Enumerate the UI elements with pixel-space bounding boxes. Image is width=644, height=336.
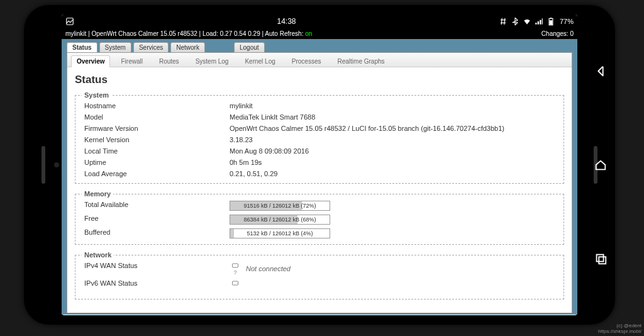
row-value: 0h 5m 19s — [230, 159, 557, 166]
main-tab-status[interactable]: Status — [67, 42, 97, 52]
android-nav-bar — [591, 24, 610, 306]
back-button[interactable] — [594, 64, 608, 78]
row-value: 91516 kB / 126012 kB (72%) — [230, 201, 557, 211]
front-camera — [54, 162, 59, 167]
system-row: Local TimeMon Aug 8 09:08:09 2016 — [82, 145, 557, 157]
progress-bar: 86384 kB / 126012 kB (68%) — [230, 215, 330, 225]
signal-icon — [535, 17, 543, 26]
row-key: Total Available — [82, 201, 230, 211]
main-tab-system[interactable]: System — [99, 42, 131, 52]
system-row: Kernel Version3.18.23 — [82, 134, 557, 145]
sub-tab-realtime-graphs[interactable]: Realtime Graphs — [332, 55, 391, 67]
network-row: IPv4 WAN Status?Not connected — [82, 260, 557, 277]
network-status-icon — [230, 279, 241, 293]
watermark-line2: https://shkspr.mobi/ — [598, 329, 641, 335]
memory-row: Free86384 kB / 126012 kB (68%) — [82, 213, 557, 227]
system-row: Hostnamemylinkit — [82, 100, 557, 111]
row-key: Uptime — [82, 159, 230, 166]
row-key: Firmware Version — [82, 125, 230, 132]
row-value: ?Not connected — [230, 262, 557, 276]
recent-apps-button[interactable] — [594, 252, 608, 266]
memory-legend: Memory — [82, 190, 113, 198]
sub-tab-system-log[interactable]: System Log — [190, 55, 235, 67]
progress-bar: 91516 kB / 126012 kB (72%) — [230, 201, 330, 211]
svg-rect-4 — [233, 264, 238, 267]
svg-rect-3 — [550, 20, 553, 25]
system-row: ModelMediaTek LinkIt Smart 7688 — [82, 111, 557, 123]
system-row: Uptime0h 5m 19s — [82, 157, 557, 168]
row-value: OpenWrt Chaos Calmer 15.05 r48532 / LuCI… — [230, 125, 557, 132]
home-button[interactable] — [594, 158, 608, 172]
row-value: Mon Aug 8 09:08:09 2016 — [230, 147, 557, 155]
system-row: Firmware VersionOpenWrt Chaos Calmer 15.… — [82, 123, 557, 134]
wifi-icon — [523, 17, 531, 26]
svg-rect-2 — [550, 18, 552, 18]
sub-tab-overview[interactable]: Overview — [71, 55, 110, 67]
header-firmware: OpenWrt Chaos Calmer 15.05 r48532 — [92, 30, 197, 37]
row-value — [230, 279, 557, 293]
row-key: Kernel Version — [82, 136, 230, 143]
memory-section: Memory Total Available91516 kB / 126012 … — [75, 190, 564, 245]
row-key: IPv6 WAN Status — [82, 279, 230, 293]
network-legend: Network — [82, 251, 114, 259]
battery-percent: 77% — [560, 18, 574, 25]
row-value: mylinkit — [230, 102, 557, 109]
network-status-text: Not connected — [246, 265, 291, 272]
row-key: Model — [82, 113, 230, 121]
main-tab-services[interactable]: Services — [133, 42, 169, 52]
main-tabs: StatusSystemServicesNetworkLogout — [67, 42, 572, 52]
row-key: Hostname — [82, 102, 230, 109]
header-changes-label: Changes: — [541, 30, 569, 37]
row-key: Load Average — [82, 170, 230, 177]
row-key: Buffered — [82, 228, 230, 238]
content-area[interactable]: Status System HostnamemylinkitModelMedia… — [67, 67, 572, 311]
openwrt-header-right[interactable]: Changes: 0 — [541, 30, 574, 37]
svg-rect-7 — [599, 257, 606, 264]
memory-row: Buffered5132 kB / 126012 kB (4%) — [82, 227, 557, 240]
openwrt-header-left: mylinkit | OpenWrt Chaos Calmer 15.05 r4… — [65, 30, 312, 37]
main-tab-logout[interactable]: Logout — [234, 42, 265, 52]
svg-rect-5 — [233, 281, 238, 285]
battery-icon — [547, 17, 555, 26]
system-section: System HostnamemylinkitModelMediaTek Lin… — [75, 91, 564, 184]
android-status-bar: 14:38 77% — [62, 14, 577, 28]
row-value: MediaTek LinkIt Smart 7688 — [230, 113, 557, 121]
header-autorefresh-value[interactable]: on — [305, 30, 312, 37]
screen: 14:38 77% — [62, 14, 577, 315]
page-title: Status — [75, 74, 564, 86]
bluetooth-icon — [511, 17, 519, 26]
sub-tab-kernel-log[interactable]: Kernel Log — [239, 55, 280, 67]
sub-tabs: OverviewFirewallRoutesSystem LogKernel L… — [67, 53, 572, 67]
header-hostname: mylinkit — [65, 30, 86, 37]
header-changes-count: 0 — [570, 30, 574, 37]
hash-icon — [499, 17, 508, 26]
watermark: (c) @edent https://shkspr.mobi/ — [598, 323, 641, 335]
network-row: IPv6 WAN Status — [82, 277, 557, 295]
main-tab-network[interactable]: Network — [170, 42, 205, 52]
status-bar-clock: 14:38 — [74, 17, 499, 26]
openwrt-header: mylinkit | OpenWrt Chaos Calmer 15.05 r4… — [62, 28, 577, 39]
sub-tab-routes[interactable]: Routes — [153, 55, 185, 67]
row-key: Free — [82, 215, 230, 225]
row-value: 86384 kB / 126012 kB (68%) — [230, 215, 557, 225]
header-load-label: Load: — [203, 30, 218, 37]
row-key: Local Time — [82, 147, 230, 155]
system-legend: System — [82, 91, 111, 99]
system-row: Load Average0.21, 0.51, 0.29 — [82, 168, 557, 179]
network-section: Network IPv4 WAN Status?Not connectedIPv… — [75, 251, 564, 300]
image-icon — [65, 17, 74, 26]
row-key: IPv4 WAN Status — [82, 262, 230, 276]
row-value: 3.18.23 — [230, 136, 557, 143]
sub-tab-processes[interactable]: Processes — [286, 55, 327, 67]
row-value: 0.21, 0.51, 0.29 — [230, 170, 557, 177]
page-body: StatusSystemServicesNetworkLogout Overvi… — [62, 39, 577, 315]
header-autorefresh-label: Auto Refresh: — [265, 30, 303, 37]
speaker-left — [42, 146, 45, 184]
svg-rect-0 — [67, 18, 74, 25]
progress-bar: 5132 kB / 126012 kB (4%) — [230, 228, 330, 238]
network-status-icon: ? — [230, 262, 241, 276]
header-load-value: 0.27 0.54 0.29 — [220, 30, 260, 37]
sub-tab-firewall[interactable]: Firewall — [115, 55, 148, 67]
svg-rect-6 — [597, 255, 604, 262]
row-value: 5132 kB / 126012 kB (4%) — [230, 228, 557, 238]
